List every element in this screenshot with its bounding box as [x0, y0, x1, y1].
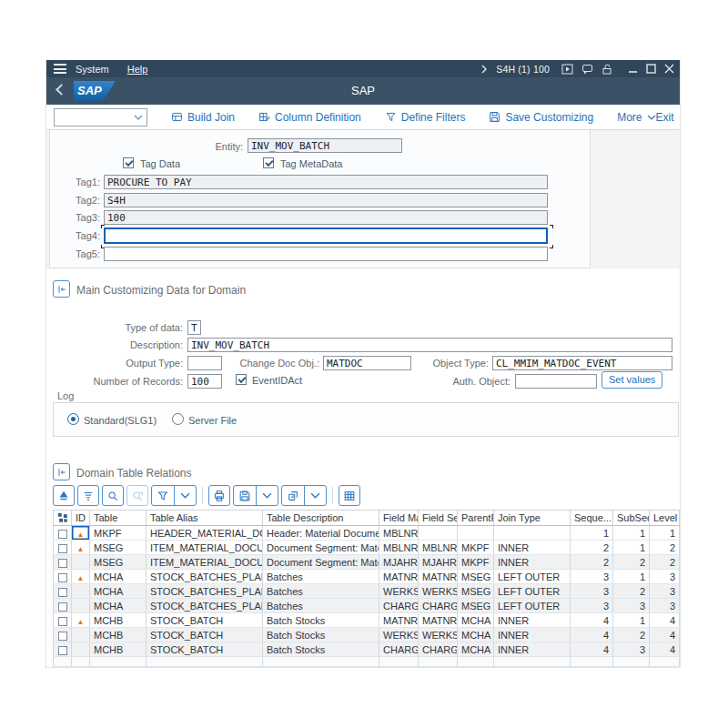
table-row[interactable] [54, 657, 680, 667]
event-id-act-checkbox[interactable] [236, 374, 247, 385]
warning-triangle-icon: ▲ [77, 531, 85, 539]
type-of-data-input[interactable] [187, 320, 201, 335]
col-header-field-main[interactable]: Field Main [379, 511, 419, 526]
table-row[interactable]: ▲ MSEG ITEM_MATERIAL_DOCUMENT Document S… [54, 541, 680, 555]
row-checkbox[interactable] [58, 646, 67, 655]
cell-level [650, 657, 680, 667]
filter-menu-chevron-icon[interactable] [174, 486, 196, 505]
minimize-icon[interactable] [628, 64, 638, 74]
cell-alias: ITEM_MATERIAL_DOCUMENT [147, 555, 263, 570]
cell-join-type [494, 526, 571, 541]
row-checkbox[interactable] [58, 588, 67, 597]
col-header-id[interactable]: ID [72, 511, 90, 526]
exit-button[interactable]: Exit [656, 111, 674, 124]
col-header-alias[interactable]: Table Alias [147, 511, 263, 526]
table-row[interactable]: MCHA STOCK_BATCHES_PLANT Batches WERKS W… [54, 584, 680, 599]
cell-sequence: 3 [571, 599, 613, 613]
row-checkbox[interactable] [58, 544, 67, 553]
object-type-input[interactable] [492, 356, 672, 370]
build-join-button[interactable]: Build Join [171, 111, 235, 124]
row-checkbox[interactable] [58, 559, 67, 568]
event-id-act-label: EventIDAct [252, 375, 302, 386]
row-checkbox[interactable] [58, 632, 67, 641]
table-row[interactable]: ▲ MKPF HEADER_MATERIAL_DOCUMENT Header: … [54, 526, 680, 541]
cell-field-main: MATNR [379, 570, 419, 584]
ok-code-combobox[interactable] [54, 108, 147, 126]
log-standard-radio[interactable] [67, 413, 79, 425]
tag5-input[interactable] [104, 247, 548, 261]
description-input[interactable] [187, 338, 672, 352]
print-icon[interactable] [208, 485, 230, 506]
collapse-section-icon[interactable] [53, 280, 70, 298]
table-row[interactable]: ▲ MCHB STOCK_BATCH Batch Stocks MATNR MA… [54, 613, 680, 628]
row-checkbox[interactable] [58, 573, 67, 582]
col-header-level[interactable]: Level [650, 511, 680, 526]
tag-metadata-checkbox[interactable] [263, 157, 274, 168]
row-checkbox[interactable] [58, 530, 67, 539]
table-row[interactable]: MCHB STOCK_BATCH Batch Stocks CHARG CHAR… [54, 642, 680, 657]
cell-parentrel: MKPF [458, 541, 494, 555]
col-header-table[interactable]: Table [90, 511, 147, 526]
close-icon[interactable] [664, 64, 674, 74]
table-row[interactable]: ▲ MCHA STOCK_BATCHES_PLANT Batches MATNR… [54, 570, 680, 584]
tag3-input[interactable] [104, 210, 548, 225]
menu-help[interactable]: Help [118, 64, 157, 75]
tag4-label: Tag4: [59, 230, 100, 241]
chevron-right-icon[interactable] [480, 65, 488, 74]
cell-subseq: 1 [613, 526, 650, 541]
ok-code-input[interactable] [55, 112, 134, 123]
tag1-input[interactable] [104, 175, 548, 189]
auth-object-input[interactable] [515, 374, 597, 389]
table-row[interactable]: MSEG ITEM_MATERIAL_DOCUMENT Document Seg… [54, 555, 680, 570]
menu-system[interactable]: System [66, 64, 118, 75]
col-header-field-sec[interactable]: Field Sec. [419, 511, 458, 526]
col-header-subseq[interactable]: SubSeq. [613, 511, 650, 526]
hamburger-menu-icon[interactable] [54, 64, 66, 74]
save-customizing-button[interactable]: Save Customizing [489, 111, 593, 124]
table-row[interactable]: MCHB STOCK_BATCH Batch Stocks WERKS WERK… [54, 628, 680, 642]
services-icon[interactable] [561, 64, 573, 75]
warning-triangle-icon: ▲ [77, 618, 85, 626]
select-all-icon[interactable] [54, 511, 72, 526]
copy-icon[interactable] [282, 486, 304, 505]
sort-ascending-icon[interactable] [53, 485, 75, 506]
tag2-input[interactable] [104, 193, 548, 207]
tag-data-checkbox[interactable] [123, 157, 134, 168]
cell-table: MCHB [90, 613, 147, 628]
cell-level: 3 [650, 599, 680, 613]
search-icon[interactable] [102, 485, 124, 506]
set-values-button[interactable]: Set values [602, 371, 662, 389]
tag4-input[interactable] [104, 228, 548, 244]
row-checkbox[interactable] [58, 617, 67, 626]
log-serverfile-radio[interactable] [172, 413, 184, 425]
col-header-desc[interactable]: Table Description [263, 511, 379, 526]
collapse-section-icon[interactable] [53, 463, 70, 480]
messages-icon[interactable] [581, 64, 593, 75]
define-filters-button[interactable]: Define Filters [385, 111, 466, 124]
table-row[interactable]: MCHA STOCK_BATCHES_PLANT Batches CHARG C… [54, 599, 680, 613]
more-button[interactable]: More [617, 111, 655, 124]
cell-table: MCHA [90, 570, 147, 584]
column-definition-button[interactable]: Column Definition [258, 111, 361, 124]
search-next-icon[interactable] [126, 485, 148, 506]
entity-input[interactable] [248, 138, 402, 153]
col-header-join-type[interactable]: Join Type [494, 511, 571, 526]
row-checkbox[interactable] [58, 602, 67, 612]
table-settings-icon[interactable] [339, 485, 360, 506]
cell-subseq: 3 [613, 642, 650, 657]
export-icon[interactable] [234, 486, 256, 505]
col-header-parentrel[interactable]: ParentRel [458, 511, 494, 526]
sort-descending-icon[interactable] [77, 485, 99, 506]
filter-icon[interactable] [152, 486, 174, 505]
lock-unlocked-icon[interactable] [602, 64, 612, 75]
col-header-sequence[interactable]: Seque... [571, 511, 613, 526]
cell-level: 2 [650, 555, 680, 570]
export-menu-chevron-icon[interactable] [256, 486, 278, 505]
cell-parentrel [458, 657, 494, 667]
domain-table-relations-grid: ID Table Table Alias Table Description F… [53, 510, 680, 667]
maximize-icon[interactable] [646, 64, 656, 74]
number-of-records-input[interactable] [187, 374, 222, 389]
copy-menu-chevron-icon[interactable] [304, 486, 326, 505]
chevron-down-icon [647, 114, 656, 121]
cell-parentrel: MCHA [458, 642, 494, 657]
